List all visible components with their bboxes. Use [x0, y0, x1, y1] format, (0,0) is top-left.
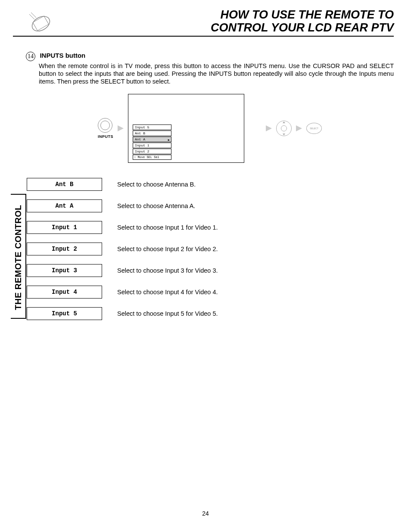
menu-item: Input 2 [133, 149, 171, 154]
table-row: Input 3Select to choose Input 3 for Vide… [27, 264, 394, 277]
select-button-icon: SELECT [306, 123, 322, 134]
input-description: Select to choose Antenna A. [117, 202, 195, 209]
input-description: Select to choose Input 1 for Video 1. [117, 224, 218, 231]
tv-screen: Input 5Ant BAnt A▶Input 1Input 2 ↕ Move … [128, 94, 244, 163]
step-number: 14 [26, 52, 35, 61]
table-row: Input 1Select to choose Input 1 for Vide… [27, 221, 394, 234]
section-body: When the remote control is in TV mode, p… [39, 62, 394, 85]
section-title: INPUTS button [40, 52, 85, 59]
svg-rect-1 [33, 16, 49, 31]
table-row: Input 2Select to choose Input 2 for Vide… [27, 243, 394, 255]
page-number: 24 [0, 510, 411, 517]
page-title-line1: HOW TO USE THE REMOTE TO [211, 9, 394, 22]
menu-footer: ↕ Move SEL Sel [133, 155, 171, 160]
inputs-table: Ant BSelect to choose Antenna B.Ant ASel… [27, 178, 394, 320]
input-label-box: Ant A [27, 199, 102, 212]
page-title-line2: CONTROL YOUR LCD REAR PTV [211, 22, 394, 34]
input-label-box: Ant B [27, 178, 102, 191]
arrow-icon [266, 125, 272, 131]
input-description: Select to choose Antenna B. [117, 181, 196, 188]
table-row: Ant ASelect to choose Antenna A. [27, 199, 394, 212]
input-label-box: Input 4 [27, 286, 102, 299]
menu-item: Input 1 [133, 143, 171, 148]
section-header: 14 INPUTS button [26, 52, 394, 61]
menu-item: Ant B [133, 131, 171, 136]
diagram: INPUTS Input 5Ant BAnt A▶Input 1Input 2 … [26, 94, 394, 163]
input-label-box: Input 1 [27, 221, 102, 234]
menu-item: Ant A▶ [133, 137, 171, 142]
table-row: Ant BSelect to choose Antenna B. [27, 178, 394, 191]
input-description: Select to choose Input 3 for Video 3. [117, 267, 218, 274]
table-row: Input 5Select to choose Input 5 for Vide… [27, 307, 394, 320]
arrow-icon [296, 125, 302, 131]
inputs-button-graphic: INPUTS [98, 118, 113, 139]
section-tab-label: THE REMOTE CONTROL [13, 197, 23, 318]
input-label-box: Input 2 [27, 243, 102, 255]
input-description: Select to choose Input 4 for Video 4. [117, 289, 218, 296]
arrow-icon [118, 125, 124, 131]
inputs-button-icon [98, 118, 112, 133]
page-title: HOW TO USE THE REMOTE TO CONTROL YOUR LC… [211, 9, 394, 34]
brand-logo [26, 11, 54, 34]
input-description: Select to choose Input 5 for Video 5. [117, 310, 218, 317]
input-label-box: Input 3 [27, 264, 102, 277]
cursor-pad-icon [276, 121, 292, 136]
inputs-button-label: INPUTS [98, 134, 113, 139]
table-row: Input 4Select to choose Input 4 for Vide… [27, 286, 394, 299]
svg-point-0 [29, 13, 52, 34]
menu-item: Input 5 [133, 124, 171, 130]
section-tab: THE REMOTE CONTROL [11, 194, 26, 319]
input-label-box: Input 5 [27, 307, 102, 320]
input-description: Select to choose Input 2 for Video 2. [117, 246, 218, 252]
